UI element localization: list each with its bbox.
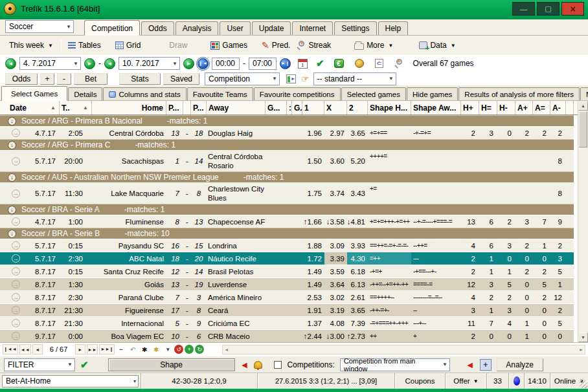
competitions-checkbox[interactable] [274, 361, 282, 369]
row-arrow-icon[interactable]: → [12, 157, 20, 166]
stats-button[interactable]: Stats [119, 73, 161, 85]
close-button[interactable]: × [561, 2, 584, 16]
column-header-H+[interactable]: H+ [461, 101, 479, 114]
row-arrow-icon[interactable]: → [12, 241, 20, 250]
tab-update[interactable]: Update [252, 21, 291, 35]
column-header-:[interactable]: : [287, 101, 292, 114]
view-tab-favoutite-teams[interactable]: Favoutite Teams [187, 87, 253, 100]
view-tab-results-of-analysis-of-more-filters[interactable]: Results of analysis of more filters [458, 87, 580, 100]
date-to-prev-button[interactable]: ◄ [104, 58, 115, 69]
tab-competition[interactable]: Competition [84, 20, 140, 36]
date-to-next-button[interactable]: ► [183, 58, 194, 69]
group-row[interactable]: ↓Soccer / ARG - Primera C-matches: 1 [0, 139, 574, 150]
view-tab-select-games[interactable]: Select Games [1, 86, 67, 101]
tab-help[interactable]: Help [378, 21, 409, 35]
view-tab-columns-and-stats[interactable]: Columns and stats [103, 87, 186, 100]
cancel-icon[interactable]: ↺ [174, 345, 183, 354]
delete-record-icon[interactable]: − [116, 344, 126, 354]
tab-analysis[interactable]: Analysis [175, 21, 219, 35]
sport-select[interactable]: Soccer ▼ [5, 20, 74, 33]
column-header-Away[interactable]: Away [207, 101, 266, 114]
time-last-button[interactable]: ►❙ [280, 58, 291, 69]
view-tab-selected-games[interactable]: Selected games [341, 87, 406, 100]
undo-icon[interactable]: ↶ [128, 344, 138, 354]
column-header-1[interactable]: 1 [302, 101, 324, 114]
collapse-icon[interactable]: ↓ [8, 206, 16, 214]
coupons-button[interactable]: Coupons [395, 373, 446, 389]
hscroll-left-icon[interactable]: ◄ [224, 347, 229, 352]
group-row[interactable]: ↓Soccer / ARG - Primera B Nacional-match… [0, 115, 574, 126]
collapse-icon[interactable]: ↓ [8, 230, 16, 238]
tab-odds[interactable]: Odds [141, 21, 174, 35]
row-arrow-icon[interactable]: → [12, 267, 20, 276]
date-from-select[interactable]: 4. 7.2017 ▼ [19, 57, 81, 70]
table-row[interactable]: →8.7.172:30Paraná Clube7-3América Mineir… [0, 290, 574, 303]
collapse-icon[interactable]: ↓ [8, 141, 16, 149]
search-plus-icon[interactable]: + [394, 59, 403, 68]
column-header-P...[interactable]: P... [166, 101, 183, 114]
table-row[interactable]: →8.7.1721:30Internacional5-9Criciúma EC1… [0, 316, 574, 329]
hscroll-right-icon[interactable]: ► [579, 347, 583, 352]
row-arrow-icon[interactable]: → [12, 254, 20, 263]
row-arrow-icon[interactable]: → [12, 306, 20, 314]
row-arrow-icon[interactable]: → [12, 190, 20, 198]
row-arrow-icon[interactable]: → [12, 280, 20, 289]
filter-select[interactable]: FILTER ▼ [4, 358, 75, 371]
tables-button[interactable]: Tables [68, 41, 101, 50]
filter-preset-select[interactable]: -- standard -- ▼ [313, 72, 396, 85]
streak-button[interactable]: + Streak [297, 41, 331, 50]
column-header-Shape Aw...[interactable]: Shape Aw... [411, 101, 461, 114]
scroll-up-button[interactable]: ▲ [578, 101, 588, 111]
bet-button[interactable]: Bet [74, 73, 107, 85]
more-button[interactable]: More ▼ [354, 41, 393, 50]
filter-funnel-icon[interactable]: ▼ [163, 344, 173, 354]
coin-icon[interactable] [355, 59, 364, 68]
zoom-in-icon[interactable]: + [185, 345, 194, 354]
group-row[interactable]: ↓Soccer / BRA - Serie B-matches: 10 [0, 228, 574, 239]
table-row[interactable]: →4.7.172:05Central Córdoba13-18Douglas H… [0, 126, 574, 139]
pointing-hand-icon[interactable]: ☞ [301, 74, 310, 84]
vertical-scrollbar[interactable]: ▲ ▼ [578, 101, 588, 342]
plus-button[interactable]: + [40, 73, 54, 85]
group-row[interactable]: ↓Soccer / AUS - Australian Northern NSW … [0, 171, 574, 182]
view-tab-hide-games[interactable]: Hide games [407, 87, 458, 100]
grid-button[interactable]: Grid [115, 41, 141, 50]
table-row[interactable]: →5.7.1711:30Lake Macquarie7-8Charlestown… [0, 182, 574, 204]
group-row[interactable]: ↓Soccer / BRA - Serie A-matches: 1 [0, 204, 574, 215]
period-select[interactable]: This week ▼ [9, 41, 53, 50]
view-tab-details[interactable]: Details [68, 87, 102, 100]
column-header-Shape H...[interactable]: Shape H... [368, 101, 411, 114]
row-arrow-icon[interactable]: → [12, 129, 20, 137]
table-row[interactable]: →8.7.170:15Santa Cruz Recife12-14Brasil … [0, 265, 574, 278]
column-header-2[interactable]: 2 [347, 101, 368, 114]
column-header-G..[interactable]: G.. [292, 101, 302, 114]
view-tab-more-filters[interactable]: More Filters [580, 87, 588, 100]
nav-prior-page-button[interactable]: ◄◄ [19, 344, 31, 354]
minus-button[interactable]: - [57, 73, 71, 85]
table-row[interactable]: →4.7.171:00Fluminense8-13Chapecoense AF↑… [0, 215, 574, 228]
resize-grip[interactable] [580, 380, 587, 388]
table-row[interactable]: →8.7.1721:30Figueirense17-8Ceará1.913.19… [0, 303, 574, 316]
nav-prior-button[interactable]: ◄ [32, 344, 43, 354]
tab-user[interactable]: User [220, 21, 250, 35]
scrollbar-thumb[interactable] [579, 111, 587, 147]
competition-source-select[interactable]: Competition from main window ▼ [340, 358, 450, 371]
date-to-select[interactable]: 10. 7.2017 ▼ [119, 57, 180, 70]
minimize-button[interactable]: — [512, 2, 535, 16]
nav-next-button[interactable]: ► [75, 344, 85, 354]
nav-first-button[interactable]: ❙◄◄ [3, 344, 18, 354]
collapse-icon[interactable]: ↓ [8, 173, 16, 182]
row-arrow-icon[interactable]: → [12, 319, 20, 327]
calendar-icon[interactable] [298, 59, 308, 69]
time-from-input[interactable]: 00:00 [212, 58, 240, 70]
euro-icon[interactable]: € [334, 59, 344, 68]
table-row[interactable]: →5.7.172:30ABC Natal18-20Náutico Recife1… [0, 252, 574, 265]
collapse-icon[interactable]: ↓ [8, 117, 16, 125]
table-row[interactable]: →5.7.1720:00Sacachispas1-14Central Córdo… [0, 150, 574, 171]
column-header-A=[interactable]: A= [533, 101, 550, 114]
table-row[interactable]: →8.7.171:30Goiás13-19Luverdense1.493.646… [0, 278, 574, 290]
competition-select[interactable]: Competition ▼ [205, 72, 280, 85]
nav-next-page-button[interactable]: ►► [87, 344, 98, 354]
scroll-down-button[interactable]: ▼ [578, 332, 588, 342]
offer-dropdown[interactable]: Offer ▼ [446, 373, 487, 389]
